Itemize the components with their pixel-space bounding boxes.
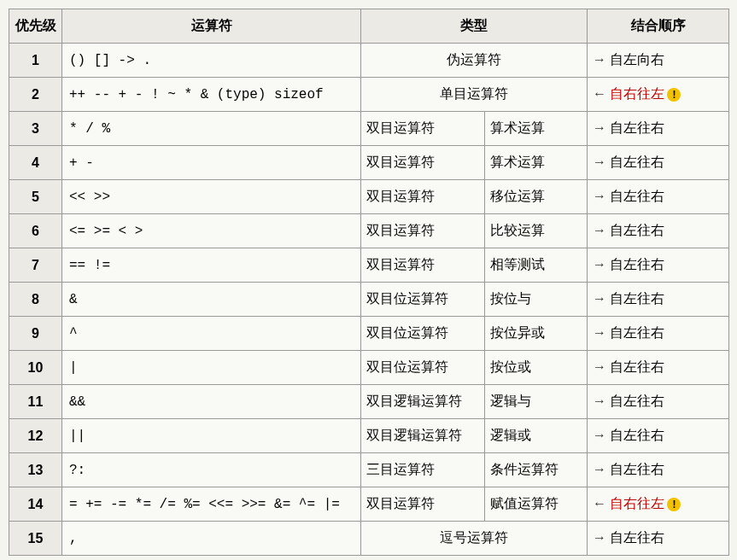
type-category-cell: 双目运算符 xyxy=(361,248,485,283)
assoc-text: 自左往右 xyxy=(610,155,664,169)
type-category-cell: 双目运算符 xyxy=(361,214,485,248)
arrow-left-icon xyxy=(593,86,610,101)
table-row: 14= += -= *= /= %= <<= >>= &= ^= |=双目运算符… xyxy=(9,487,729,522)
assoc-cell: 自左往右 xyxy=(588,146,729,180)
arrow-right-icon xyxy=(593,155,610,169)
priority-cell: 7 xyxy=(9,248,62,283)
priority-cell: 12 xyxy=(9,419,62,453)
priority-cell: 11 xyxy=(9,385,62,419)
arrow-right-icon xyxy=(593,223,610,237)
type-category-cell: 三目运算符 xyxy=(361,453,485,487)
header-priority: 优先级 xyxy=(9,9,62,44)
priority-cell: 2 xyxy=(9,78,62,112)
arrow-right-icon xyxy=(593,359,610,374)
table-row: 1() [] -> .伪运算符自左向右 xyxy=(9,44,729,78)
assoc-cell: 自左向右 xyxy=(588,44,729,78)
type-category-cell: 双目运算符 xyxy=(361,487,485,522)
type-detail-cell: 条件运算符 xyxy=(485,453,588,487)
priority-cell: 3 xyxy=(9,112,62,146)
priority-cell: 6 xyxy=(9,214,62,248)
priority-cell: 15 xyxy=(9,522,62,556)
type-detail-cell: 逻辑或 xyxy=(485,419,588,453)
assoc-cell: 自左往右 xyxy=(588,351,729,385)
table-row: 8&双目位运算符按位与自左往右 xyxy=(9,283,729,317)
table-row: 13?:三目运算符条件运算符自左往右 xyxy=(9,453,729,487)
priority-cell: 5 xyxy=(9,180,62,214)
header-type: 类型 xyxy=(361,9,588,44)
type-detail-cell: 算术运算 xyxy=(485,112,588,146)
type-detail-cell: 比较运算 xyxy=(485,214,588,248)
assoc-cell: 自左往右 xyxy=(588,453,729,487)
operator-cell: = += -= *= /= %= <<= >>= &= ^= |= xyxy=(62,487,361,522)
assoc-cell: 自右往左! xyxy=(588,487,729,522)
type-category-cell: 双目运算符 xyxy=(361,180,485,214)
operator-precedence-table: 优先级 运算符 类型 结合顺序 1() [] -> .伪运算符自左向右2++ -… xyxy=(9,9,729,556)
assoc-text: 自左往右 xyxy=(610,291,664,306)
header-assoc: 结合顺序 xyxy=(588,9,729,44)
type-detail-cell: 按位异或 xyxy=(485,317,588,351)
arrow-right-icon xyxy=(593,325,610,340)
operator-cell: + - xyxy=(62,146,361,180)
priority-cell: 13 xyxy=(9,453,62,487)
operator-cell: ?: xyxy=(62,453,361,487)
table-header-row: 优先级 运算符 类型 结合顺序 xyxy=(9,9,729,44)
assoc-cell: 自左往右 xyxy=(588,522,729,556)
type-category-cell: 双目逻辑运算符 xyxy=(361,385,485,419)
assoc-cell: 自左往右 xyxy=(588,112,729,146)
operator-cell: | xyxy=(62,351,361,385)
assoc-cell: 自左往右 xyxy=(588,385,729,419)
table-row: 15,逗号运算符自左往右 xyxy=(9,522,729,556)
arrow-right-icon xyxy=(593,189,610,203)
arrow-left-icon xyxy=(593,496,610,510)
table-row: 2++ -- + - ! ~ * & (type) sizeof单目运算符自右往… xyxy=(9,78,729,112)
assoc-text: 自左往右 xyxy=(610,257,664,271)
arrow-right-icon xyxy=(593,291,610,306)
warning-icon: ! xyxy=(667,498,681,511)
assoc-cell: 自左往右 xyxy=(588,317,729,351)
arrow-right-icon xyxy=(593,530,610,545)
table-row: 4+ -双目运算符算术运算自左往右 xyxy=(9,146,729,180)
assoc-text: 自左往右 xyxy=(610,189,664,203)
table-body: 1() [] -> .伪运算符自左向右2++ -- + - ! ~ * & (t… xyxy=(9,44,729,556)
assoc-text: 自左往右 xyxy=(610,325,664,340)
type-detail-cell: 算术运算 xyxy=(485,146,588,180)
priority-cell: 14 xyxy=(9,487,62,522)
assoc-text: 自左往右 xyxy=(610,120,664,135)
type-cell: 单目运算符 xyxy=(361,78,588,112)
type-detail-cell: 按位与 xyxy=(485,283,588,317)
priority-cell: 8 xyxy=(9,283,62,317)
table-row: 11&&双目逻辑运算符逻辑与自左往右 xyxy=(9,385,729,419)
arrow-right-icon xyxy=(593,52,610,67)
operator-cell: & xyxy=(62,283,361,317)
assoc-cell: 自右往左! xyxy=(588,78,729,112)
arrow-right-icon xyxy=(593,462,610,476)
assoc-cell: 自左往右 xyxy=(588,248,729,283)
type-category-cell: 双目运算符 xyxy=(361,146,485,180)
type-cell: 逗号运算符 xyxy=(361,522,588,556)
priority-cell: 10 xyxy=(9,351,62,385)
assoc-text: 自左往右 xyxy=(610,359,664,374)
assoc-text: 自左往右 xyxy=(610,394,664,408)
arrow-right-icon xyxy=(593,394,610,408)
header-operator: 运算符 xyxy=(62,9,361,44)
type-category-cell: 双目运算符 xyxy=(361,112,485,146)
priority-cell: 1 xyxy=(9,44,62,78)
type-category-cell: 双目位运算符 xyxy=(361,317,485,351)
assoc-cell: 自左往右 xyxy=(588,283,729,317)
table-row: 10|双目位运算符按位或自左往右 xyxy=(9,351,729,385)
priority-cell: 9 xyxy=(9,317,62,351)
operator-cell: || xyxy=(62,419,361,453)
operator-cell: && xyxy=(62,385,361,419)
type-detail-cell: 相等测试 xyxy=(485,248,588,283)
operator-cell: == != xyxy=(62,248,361,283)
arrow-right-icon xyxy=(593,428,610,442)
operator-cell: () [] -> . xyxy=(62,44,361,78)
type-detail-cell: 移位运算 xyxy=(485,180,588,214)
table-row: 12||双目逻辑运算符逻辑或自左往右 xyxy=(9,419,729,453)
operator-cell: * / % xyxy=(62,112,361,146)
type-detail-cell: 逻辑与 xyxy=(485,385,588,419)
type-detail-cell: 赋值运算符 xyxy=(485,487,588,522)
type-category-cell: 双目位运算符 xyxy=(361,351,485,385)
operator-cell: , xyxy=(62,522,361,556)
priority-cell: 4 xyxy=(9,146,62,180)
